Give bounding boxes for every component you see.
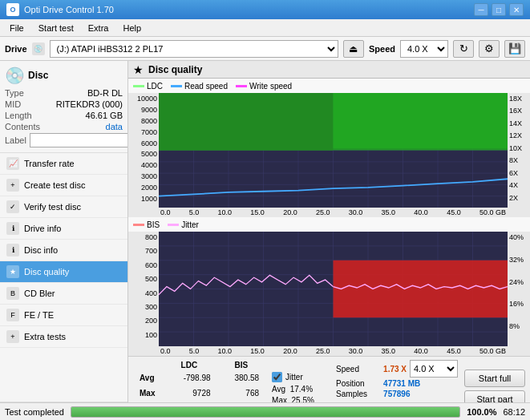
legend-bis-label: BIS	[147, 220, 160, 229]
disc-contents-key: Contents	[5, 122, 40, 131]
title-bar: O Opti Drive Control 1.70 ─ □ ✕	[0, 0, 530, 19]
chart-legend-bottom: BIS Jitter	[128, 217, 530, 232]
avg-bis: 380.58	[217, 370, 266, 386]
samples-row: Samples 757896	[336, 390, 458, 398]
legend-write: Write speed	[236, 82, 292, 91]
legend-jitter-label: Jitter	[181, 220, 199, 229]
position-label: Position	[336, 379, 380, 388]
chart-title-bar: ★ Disc quality	[128, 61, 530, 79]
disc-icon: 💿	[5, 66, 25, 85]
bottom-y-axis-left: 800700600500400300200100	[128, 232, 159, 346]
speed-label: Speed	[336, 365, 380, 374]
drive-select[interactable]: (J:) ATAPI iHBS312 2 PL17	[50, 40, 338, 58]
maximize-button[interactable]: □	[492, 3, 506, 16]
disc-length-val: 46.61 GB	[86, 111, 123, 120]
legend-bis: BIS	[133, 220, 160, 229]
sidebar-label-transfer-rate: Transfer rate	[24, 159, 75, 168]
svg-rect-21	[334, 93, 508, 148]
svg-rect-39	[334, 260, 508, 318]
ldc-color	[133, 85, 144, 87]
options-button[interactable]: ⚙	[479, 40, 500, 58]
progress-container	[71, 406, 460, 418]
speed-select[interactable]: 4.0 X	[400, 40, 448, 58]
main-area: 💿 Disc Type BD-R DL MID RITEKDR3 (000) L…	[0, 61, 530, 420]
sidebar-item-fe-te[interactable]: F FE / TE	[0, 305, 127, 326]
app-icon: O	[6, 3, 19, 16]
col-bis: BIS	[217, 360, 266, 370]
sidebar-item-extra-tests[interactable]: + Extra tests	[0, 326, 127, 348]
avg-ldc: -798.98	[161, 370, 216, 386]
position-row: Position 47731 MB	[336, 379, 458, 388]
disc-length-key: Length	[5, 111, 32, 120]
menu-help[interactable]: Help	[116, 22, 148, 34]
bottom-x-axis: 0.05.010.015.020.025.030.035.040.045.050…	[128, 346, 530, 356]
disc-contents-val: data	[106, 122, 123, 131]
refresh-button[interactable]: ↻	[453, 40, 474, 58]
sidebar-item-drive-info[interactable]: ℹ Drive info	[0, 218, 127, 240]
disc-mid-row: MID RITEKDR3 (000)	[5, 99, 123, 109]
cd-bler-icon: B	[6, 287, 19, 300]
jitter-avg-row: Avg 17.4%	[272, 385, 314, 394]
disc-label-input[interactable]	[30, 133, 128, 147]
disc-contents-row: Contents data	[5, 122, 123, 131]
jitter-checkbox[interactable]	[272, 372, 282, 382]
jitter-label: Jitter	[285, 373, 303, 382]
stats-avg-row: Avg -798.98 380.58	[133, 370, 265, 386]
svg-rect-20	[159, 93, 334, 151]
sidebar-item-verify-test-disc[interactable]: ✓ Verify test disc	[0, 196, 127, 218]
bottom-chart-svg-area	[159, 232, 508, 346]
sidebar-item-create-test-disc[interactable]: + Create test disc	[0, 175, 127, 196]
chart-legend-top: LDC Read speed Write speed	[128, 79, 530, 93]
menu-start-test[interactable]: Start test	[32, 22, 80, 34]
menu-bar: File Start test Extra Help	[0, 19, 530, 37]
disc-label-row: Label ✎	[5, 133, 123, 147]
status-bar: Test completed 100.0% 68:12	[0, 402, 530, 420]
col-ldc: LDC	[161, 360, 216, 370]
disc-info-icon: ℹ	[6, 244, 19, 256]
sidebar-item-disc-quality[interactable]: ★ Disc quality	[0, 261, 127, 283]
sidebar-item-cd-bler[interactable]: B CD Bler	[0, 283, 127, 305]
disc-type-key: Type	[5, 88, 24, 98]
legend-read: Read speed	[171, 82, 228, 91]
legend-ldc-label: LDC	[147, 82, 163, 91]
sidebar-item-transfer-rate[interactable]: 📈 Transfer rate	[0, 153, 127, 175]
bottom-y-axis-right: 40%32%24%16%8%	[508, 232, 530, 346]
drive-info-icon: ℹ	[6, 222, 19, 235]
menu-file[interactable]: File	[3, 22, 30, 34]
sidebar-label-extra-tests: Extra tests	[24, 332, 66, 341]
write-color	[236, 85, 247, 87]
disc-type-row: Type BD-R DL	[5, 88, 123, 98]
legend-write-label: Write speed	[249, 82, 292, 91]
legend-jitter: Jitter	[168, 220, 199, 229]
sidebar-label-drive-info: Drive info	[24, 224, 61, 233]
close-button[interactable]: ✕	[509, 3, 524, 16]
speed-value: 1.73 X	[383, 365, 407, 374]
speed-label: Speed	[369, 44, 395, 54]
stats-max-row: Max 9728 768	[133, 386, 265, 401]
title-bar-left: O Opti Drive Control 1.70	[6, 3, 114, 16]
drive-label: Drive	[5, 44, 27, 54]
verify-test-disc-icon: ✓	[6, 200, 19, 213]
sidebar-label-fe-te: FE / TE	[24, 310, 54, 320]
top-y-axis-left: 1000090008000700060005000400030002000100…	[128, 93, 159, 208]
extra-tests-icon: +	[6, 330, 19, 343]
status-time: 68:12	[503, 407, 525, 417]
menu-extra[interactable]: Extra	[82, 22, 115, 34]
app-title: Opti Drive Control 1.70	[24, 5, 114, 14]
minimize-button[interactable]: ─	[474, 3, 488, 16]
speed-dropdown[interactable]: 4.0 X	[410, 360, 458, 378]
save-button[interactable]: 💾	[504, 40, 525, 58]
sidebar-item-disc-info[interactable]: ℹ Disc info	[0, 240, 127, 261]
disc-mid-val: RITEKDR3 (000)	[56, 99, 123, 109]
top-x-axis: 0.05.010.015.020.025.030.035.040.045.050…	[128, 208, 530, 217]
bottom-chart-svg	[159, 232, 508, 346]
chart-title: Disc quality	[148, 64, 202, 75]
samples-label: Samples	[336, 390, 380, 398]
start-full-button[interactable]: Start full	[464, 370, 525, 387]
status-text: Test completed	[5, 407, 64, 417]
max-ldc: 9728	[161, 386, 216, 401]
sidebar-label-disc-info: Disc info	[24, 245, 58, 255]
eject-button[interactable]: ⏏	[343, 40, 364, 58]
legend-read-label: Read speed	[184, 82, 228, 91]
drive-bar: Drive 💿 (J:) ATAPI iHBS312 2 PL17 ⏏ Spee…	[0, 37, 530, 61]
